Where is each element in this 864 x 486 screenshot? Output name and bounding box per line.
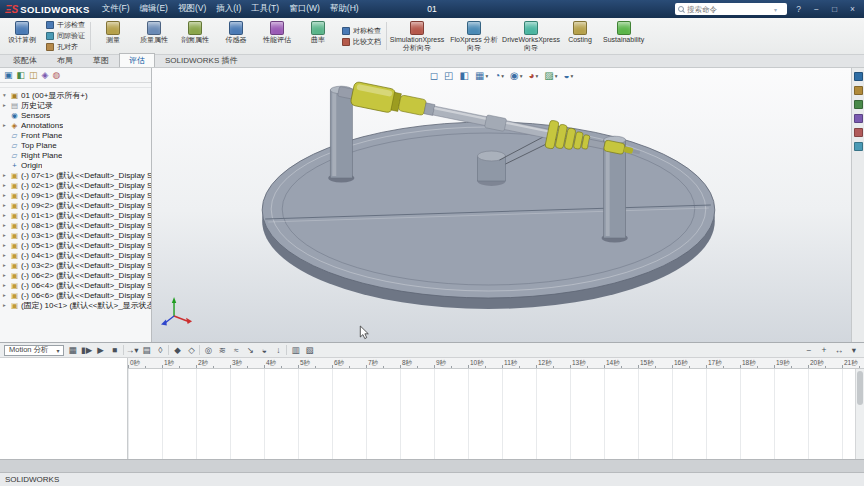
tree-item[interactable]: ▸◈Annotations <box>0 120 151 130</box>
tree-item[interactable]: ▸▣(-) 05<1> (默认<<Default>_Display State … <box>0 240 151 250</box>
expand-arrow-icon[interactable]: ▸ <box>3 292 10 298</box>
zoom-out-icon[interactable]: − <box>803 345 815 355</box>
study-type-select[interactable]: Motion 分析 ▾ <box>4 345 64 356</box>
expand-arrow-icon[interactable]: ▸ <box>3 302 10 308</box>
expand-arrow-icon[interactable]: ▸ <box>3 202 10 208</box>
expand-arrow-icon[interactable]: ▸ <box>3 102 10 108</box>
zoom-fit-timeline-icon[interactable]: ↔ <box>833 345 845 355</box>
tab-草图[interactable]: 草图 <box>83 53 119 67</box>
sustainability-button[interactable]: Sustainability <box>601 19 646 53</box>
expand-arrow-icon[interactable]: ▸ <box>3 282 10 288</box>
file-explorer-icon[interactable] <box>854 100 863 109</box>
contact-icon[interactable]: ◒ <box>258 345 270 355</box>
menu-item[interactable]: 窗口(W) <box>284 3 325 15</box>
apply-scene-icon-button[interactable]: ▨▾ <box>542 69 559 83</box>
tree-item[interactable]: ▸▣(-) 06<4> (默认<<Default>_Display State … <box>0 280 151 290</box>
graphics-viewport[interactable]: ◻◰◧▦▾◔▾◉▾◕▾▨▾◒▾ <box>152 68 851 342</box>
compare-documents-button[interactable]: 比较文档 <box>342 37 381 47</box>
edit-appearance-icon-button[interactable]: ◕▾ <box>526 69 540 83</box>
expand-arrow-icon[interactable]: ▸ <box>3 182 10 188</box>
motion-study-properties-icon[interactable]: ▧ <box>303 345 315 355</box>
view-settings-icon-button[interactable]: ◒▾ <box>561 69 575 83</box>
view-palette-icon[interactable] <box>854 114 863 123</box>
timeline-ruler[interactable]: 0秒1秒2秒3秒4秒5秒6秒7秒8秒9秒10秒11秒12秒13秒14秒15秒16… <box>128 358 864 369</box>
design-study-button[interactable]: 设计算例 <box>2 19 42 53</box>
costing-button[interactable]: Costing <box>560 19 600 53</box>
expand-arrow-icon[interactable]: ▸ <box>3 212 10 218</box>
curvature-button[interactable]: 曲率 <box>298 19 338 53</box>
dimxpertmanager-tab-icon[interactable]: ◈ <box>42 71 49 80</box>
tree-item[interactable]: ▸▣(-) 01<1> (默认<<Default>_Display State … <box>0 210 151 220</box>
play-icon[interactable]: ▶ <box>95 345 107 355</box>
3d-model-scene[interactable] <box>152 68 851 342</box>
tree-item[interactable]: ▸▣(-) 03<1> (默认<<Default>_Display State … <box>0 230 151 240</box>
tree-item[interactable]: +Origin <box>0 160 151 170</box>
damper-icon[interactable]: ≈ <box>230 345 242 355</box>
view-orientation-icon-button[interactable]: ▦▾ <box>473 69 490 83</box>
maximize-button[interactable]: □ <box>828 4 841 14</box>
tree-item[interactable]: ▸▣(-) 04<1> (默认<<Default>_Display State … <box>0 250 151 260</box>
timeline-scrollbar[interactable] <box>855 369 864 459</box>
command-search-input[interactable] <box>687 5 771 14</box>
expand-arrow-icon[interactable]: ▾ <box>3 92 10 98</box>
animation-wizard-icon[interactable]: ◊ <box>154 345 166 355</box>
tree-item[interactable]: ▸▣(-) 09<1> (默认<<Default>_Display State … <box>0 190 151 200</box>
expand-arrow-icon[interactable]: ▸ <box>3 262 10 268</box>
auto-key-icon[interactable]: ◆ <box>171 345 183 355</box>
design-library-icon[interactable] <box>854 86 863 95</box>
floxpress-wizard-button[interactable]: FloXpress 分析向导 <box>446 19 502 53</box>
results-charts-icon[interactable]: ▥ <box>289 345 301 355</box>
sensor-button[interactable]: 传感器 <box>216 19 256 53</box>
help-button[interactable]: ? <box>792 4 805 14</box>
tree-item[interactable]: ▸▣(固定) 10<1> (默认<<默认>_显示状态 1>) <box>0 300 151 310</box>
force-icon[interactable]: ↘ <box>244 345 256 355</box>
featuremanager-tab-icon[interactable]: ▣ <box>4 71 13 80</box>
expand-arrow-icon[interactable]: ▸ <box>3 242 10 248</box>
tab-评估[interactable]: 评估 <box>119 53 155 67</box>
expand-arrow-icon[interactable]: ▸ <box>3 232 10 238</box>
simulationxpress-wizard-button[interactable]: SimulationXpress 分析向导 <box>389 19 445 53</box>
search-dropdown-icon[interactable]: ▾ <box>774 6 777 13</box>
hole-alignment-button[interactable]: 孔对齐 <box>46 42 85 52</box>
spring-icon[interactable]: ≋ <box>216 345 228 355</box>
minimize-button[interactable]: − <box>810 4 823 14</box>
solidworks-resources-icon[interactable] <box>854 72 863 81</box>
tree-item[interactable]: ▸▣(-) 03<2> (默认<<Default>_Display State … <box>0 260 151 270</box>
zoom-in-icon[interactable]: + <box>818 345 830 355</box>
menu-item[interactable]: 文件(F) <box>97 3 135 15</box>
tree-item[interactable]: ▾▣01 (00+显示所有+) <box>0 90 151 100</box>
interference-detection-button[interactable]: 干涉检查 <box>46 20 85 30</box>
tree-item[interactable]: ▸▣(-) 02<1> (默认<<Default>_Display State … <box>0 180 151 190</box>
tree-item[interactable]: ▸▣(-) 06<2> (默认<<Default>_Display State … <box>0 270 151 280</box>
expand-arrow-icon[interactable]: ▸ <box>3 222 10 228</box>
expand-arrow-icon[interactable]: ▸ <box>3 252 10 258</box>
stop-icon[interactable]: ■ <box>109 345 121 355</box>
hide-show-items-icon-button[interactable]: ◉▾ <box>508 69 525 83</box>
menu-item[interactable]: 工具(T) <box>246 3 284 15</box>
displaymanager-tab-icon[interactable]: ◍ <box>52 71 60 80</box>
display-style-icon-button[interactable]: ◔▾ <box>492 69 506 83</box>
tree-item[interactable]: ▸▣(-) 09<2> (默认<<Default>_Display State … <box>0 200 151 210</box>
clearance-verification-button[interactable]: 间隙验证 <box>46 31 85 41</box>
section-properties-button[interactable]: 剖面属性 <box>175 19 215 53</box>
add-key-icon[interactable]: ◇ <box>185 345 197 355</box>
center-cylinder-part[interactable] <box>477 151 505 186</box>
playback-mode-icon[interactable]: →▾ <box>126 345 139 355</box>
motion-timeline[interactable]: 0秒1秒2秒3秒4秒5秒6秒7秒8秒9秒10秒11秒12秒13秒14秒15秒16… <box>128 358 864 459</box>
tab-装配体[interactable]: 装配体 <box>3 53 47 67</box>
section-view-icon-button[interactable]: ◧ <box>457 69 470 83</box>
collapse-panel-icon[interactable]: ▾ <box>848 345 860 355</box>
left-post-part[interactable] <box>328 86 354 182</box>
tab-布局[interactable]: 布局 <box>47 53 83 67</box>
calculate-icon[interactable]: ▦ <box>67 345 79 355</box>
tree-item[interactable]: ▸▣(-) 06<6> (默认<<Default>_Display State … <box>0 290 151 300</box>
tree-item[interactable]: ▸▤历史记录 <box>0 100 151 110</box>
tree-item[interactable]: ◉Sensors <box>0 110 151 120</box>
expand-arrow-icon[interactable]: ▸ <box>3 272 10 278</box>
motor-icon[interactable]: ◎ <box>202 345 214 355</box>
expand-arrow-icon[interactable]: ▸ <box>3 172 10 178</box>
tree-item[interactable]: ▱Front Plane <box>0 130 151 140</box>
command-search-box[interactable]: ▾ <box>675 3 787 15</box>
performance-evaluation-button[interactable]: 性能评估 <box>257 19 297 53</box>
expand-arrow-icon[interactable]: ▸ <box>3 122 10 128</box>
